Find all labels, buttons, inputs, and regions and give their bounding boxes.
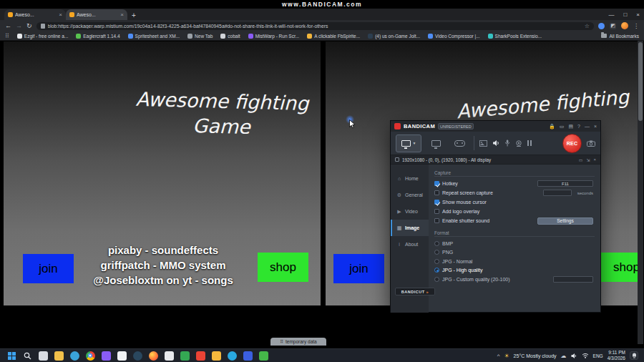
radio-icon[interactable]: [434, 268, 439, 273]
minimize-button[interactable]: —: [608, 11, 614, 18]
language-indicator[interactable]: ENG: [593, 353, 603, 358]
microphone-icon[interactable]: [504, 140, 510, 147]
speaker-icon[interactable]: [492, 140, 499, 147]
taskbar-icon-discord[interactable]: [102, 351, 111, 361]
tab-close-icon[interactable]: ×: [120, 11, 124, 18]
hotkey-input[interactable]: F11: [537, 180, 593, 187]
radio-icon[interactable]: [434, 277, 439, 282]
tab-close-icon[interactable]: ×: [59, 11, 62, 18]
browser-tab-1[interactable]: Aweso... ×: [4, 9, 66, 20]
all-bookmarks-button[interactable]: All Bookmarks: [601, 34, 639, 39]
taskbar-icon-obs[interactable]: [117, 351, 127, 361]
taskbar-icon-drive[interactable]: [243, 351, 253, 361]
volume-icon[interactable]: [571, 353, 577, 359]
close-button[interactable]: ×: [636, 11, 640, 18]
format-option-jpg-custom[interactable]: JPG - Custom quality (20-100): [434, 275, 595, 284]
taskbar-icon-photos[interactable]: [212, 351, 221, 361]
repeat-interval-input[interactable]: [543, 190, 572, 196]
format-option-bmp[interactable]: BMP: [434, 239, 595, 248]
capture-target-bar[interactable]: 1920x1080 - (0, 0), (1920, 1080) - All d…: [391, 155, 600, 165]
minimize-icon[interactable]: —: [585, 124, 590, 129]
scrollbar-thumb[interactable]: [638, 42, 643, 121]
taskbar-icon-start[interactable]: [7, 351, 16, 361]
sidebar-item-about[interactable]: iAbout: [391, 236, 429, 253]
bookmark-item[interactable]: SharkPools Extensio...: [488, 34, 542, 39]
shop-button[interactable]: shop: [601, 253, 638, 282]
radio-icon[interactable]: [434, 259, 439, 264]
taskbar-icon-edge[interactable]: [70, 351, 79, 361]
reload-icon[interactable]: ↻: [26, 23, 32, 29]
taskbar-icon-file-explorer[interactable]: [54, 351, 64, 361]
bookmark-item[interactable]: Eaglercraft 1.14.4: [76, 34, 119, 39]
bandicut-logo[interactable]: BANDICUT »: [395, 288, 435, 295]
game-capture-mode-button[interactable]: [450, 134, 469, 152]
browser-menu-icon[interactable]: ⋮: [633, 23, 639, 29]
screen-capture-mode-button[interactable]: ▼: [396, 134, 421, 152]
notification-center-button[interactable]: [630, 351, 638, 360]
help-icon[interactable]: ?: [577, 124, 580, 129]
hidden-icons-chevron[interactable]: ^: [497, 353, 500, 359]
area-capture-mode-button[interactable]: [426, 134, 445, 152]
onedrive-cloud-icon[interactable]: ☁: [561, 353, 567, 359]
bandicam-titlebar[interactable]: BANDICAM UNREGISTERED 🔒 ▭ ▤ ? — ×: [391, 121, 600, 132]
sidebar-item-home[interactable]: ⌂Home: [391, 170, 429, 187]
bookmark-item[interactable]: cobalt: [220, 34, 240, 39]
shutter-sound-checkbox[interactable]: [434, 218, 439, 223]
bookmark-item[interactable]: Video Compressor |...: [428, 34, 480, 39]
taskbar-icon-copilot[interactable]: [39, 351, 48, 361]
taskbar-icon-sheets[interactable]: [180, 351, 190, 361]
bookmark-item[interactable]: Ezgif - free online a...: [17, 34, 68, 39]
extensions-puzzle-icon[interactable]: ◩: [610, 23, 616, 29]
taskbar-icon-firefox[interactable]: [149, 351, 158, 361]
repeat-capture-checkbox[interactable]: [434, 190, 439, 195]
extension-icon[interactable]: [598, 23, 605, 29]
taskbar-clock[interactable]: 9:11 PM 4/3/2026: [608, 350, 625, 361]
format-option-jpg-normal[interactable]: JPG - Normal: [434, 257, 595, 266]
join-button[interactable]: join: [333, 254, 384, 283]
close-icon[interactable]: ×: [593, 157, 596, 162]
forward-icon[interactable]: →: [16, 23, 22, 29]
lock-icon[interactable]: 🔒: [549, 124, 555, 129]
monitor-icon[interactable]: ▭: [579, 157, 583, 162]
taskbar-icon-search[interactable]: [23, 351, 32, 361]
bookmark-star-icon[interactable]: ☆: [585, 23, 590, 29]
pause-icon[interactable]: [527, 140, 532, 146]
bookmark-item[interactable]: Spritesheet and XM...: [128, 34, 180, 39]
image-icon[interactable]: [479, 140, 487, 147]
webcam-icon[interactable]: [515, 140, 522, 147]
format-option-png[interactable]: PNG: [434, 248, 595, 258]
weather-widget[interactable]: 25°C Mostly cloudy: [514, 353, 557, 358]
radio-icon[interactable]: [434, 250, 439, 255]
folder-icon[interactable]: ▤: [568, 124, 573, 129]
settings-button[interactable]: Settings: [537, 217, 593, 225]
format-option-jpg-high[interactable]: JPG - High quality: [434, 266, 595, 275]
back-icon[interactable]: ←: [5, 23, 11, 29]
maximize-button[interactable]: □: [623, 11, 627, 18]
bookmark-item[interactable]: (4) us on-Game Jolt...: [368, 34, 420, 39]
close-icon[interactable]: ×: [594, 124, 597, 129]
new-tab-button[interactable]: +: [132, 11, 136, 19]
apps-grid-icon[interactable]: ⠿: [5, 33, 9, 39]
sidebar-item-video[interactable]: ▶Video: [391, 203, 429, 220]
logo-overlay-checkbox[interactable]: [434, 209, 439, 214]
bookmark-item[interactable]: MistWarp - Run Scr...: [248, 34, 300, 39]
radio-icon[interactable]: [434, 241, 439, 246]
taskbar-icon-gmail[interactable]: [196, 351, 205, 361]
monitor-icon[interactable]: ▭: [560, 124, 565, 129]
taskbar-icon-notepad[interactable]: [165, 351, 174, 361]
url-bar[interactable]: blob:https://packager.warp.mistium.com/1…: [36, 22, 594, 30]
shop-button[interactable]: shop: [258, 253, 308, 282]
taskbar-icon-chrome[interactable]: [86, 351, 95, 361]
bookmark-item[interactable]: A clickable FbSpirite...: [307, 34, 360, 39]
taskbar-icon-steam[interactable]: [133, 351, 142, 361]
record-button[interactable]: REC: [562, 134, 582, 153]
sidebar-item-general[interactable]: ⚙General: [391, 187, 429, 203]
taskbar-icon-telegram[interactable]: [228, 351, 237, 361]
taskbar-icon-excel[interactable]: [259, 351, 268, 361]
profile-avatar[interactable]: [621, 22, 628, 29]
sidebar-item-image[interactable]: ▦Image: [391, 220, 429, 236]
wifi-icon[interactable]: [582, 353, 589, 358]
scrollbar-vertical[interactable]: [638, 41, 643, 344]
mouse-cursor-checkbox[interactable]: [434, 200, 439, 205]
temporary-data-tab[interactable]: ⠿ temporary data: [270, 338, 326, 346]
